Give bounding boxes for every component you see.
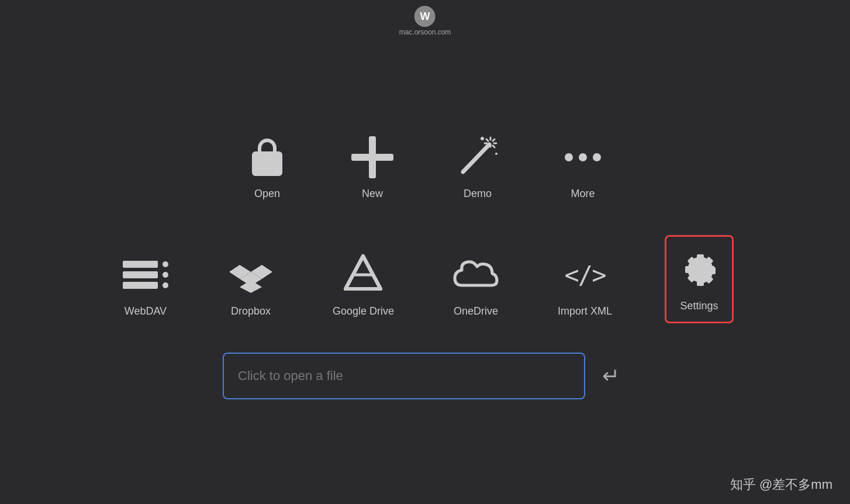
settings-gear-icon — [676, 246, 723, 293]
magic-wand-icon — [454, 134, 501, 181]
new-button[interactable]: New — [343, 128, 402, 206]
svg-marker-14 — [240, 280, 262, 293]
bottom-row: WebDAV Dropbox — [116, 235, 734, 323]
lock-icon — [244, 134, 291, 181]
dropbox-icon — [227, 251, 274, 298]
onedrive-label: OneDrive — [454, 305, 498, 317]
watermark-site: mac.orsoon.com — [399, 28, 451, 36]
bottom-watermark: 知乎 @差不多mm — [730, 476, 832, 493]
file-input-box[interactable]: Click to open a file — [223, 353, 585, 399]
svg-line-6 — [493, 146, 495, 147]
svg-line-18 — [363, 256, 381, 289]
google-drive-label: Google Drive — [333, 305, 394, 317]
import-xml-button[interactable]: </> Import XML — [552, 246, 618, 323]
more-dots-icon — [559, 134, 606, 181]
open-button[interactable]: Open — [238, 128, 296, 206]
demo-label: Demo — [464, 188, 492, 200]
import-xml-label: Import XML — [558, 305, 612, 317]
svg-point-10 — [495, 153, 497, 155]
dropbox-label: Dropbox — [231, 305, 271, 317]
webdav-button[interactable]: WebDAV — [116, 246, 175, 323]
svg-line-16 — [345, 256, 363, 289]
new-label: New — [362, 188, 383, 200]
open-label: Open — [254, 188, 280, 200]
webdav-icon — [122, 251, 169, 298]
google-drive-button[interactable]: Google Drive — [327, 246, 400, 323]
svg-line-0 — [463, 144, 489, 172]
settings-button[interactable]: Settings — [665, 235, 734, 323]
svg-point-9 — [481, 137, 484, 140]
svg-marker-15 — [345, 256, 381, 289]
settings-label: Settings — [680, 300, 718, 312]
svg-line-5 — [486, 139, 488, 141]
watermark-logo: W — [414, 6, 436, 27]
demo-button[interactable]: Demo — [448, 128, 507, 206]
svg-line-7 — [493, 139, 495, 141]
enter-arrow-icon: ↵ — [602, 364, 620, 388]
more-button[interactable]: More — [554, 128, 612, 206]
google-drive-icon — [340, 251, 386, 298]
svg-line-8 — [486, 146, 488, 147]
xml-icon: </> — [562, 251, 609, 298]
plus-icon — [349, 134, 396, 181]
file-area: Click to open a file ↵ — [223, 353, 627, 399]
enter-button[interactable]: ↵ — [595, 360, 627, 392]
watermark-top: W mac.orsoon.com — [399, 6, 451, 36]
top-row: Open New — [238, 128, 612, 206]
main-content: Open New — [0, 0, 850, 504]
onedrive-button[interactable]: OneDrive — [447, 246, 505, 323]
file-input-placeholder: Click to open a file — [238, 368, 343, 384]
dropbox-button[interactable]: Dropbox — [222, 246, 280, 323]
onedrive-icon — [452, 251, 499, 298]
webdav-label: WebDAV — [125, 305, 167, 317]
more-label: More — [571, 188, 595, 200]
